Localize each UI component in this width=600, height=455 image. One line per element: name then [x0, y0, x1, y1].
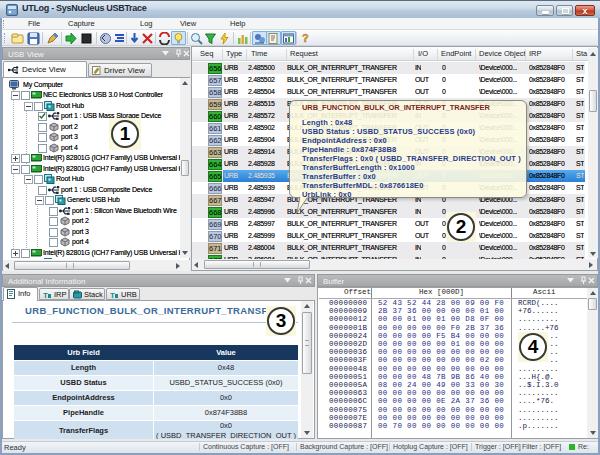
- svg-text:?: ?: [302, 32, 309, 44]
- svg-text:T: T: [110, 291, 115, 300]
- svg-text:T: T: [43, 291, 48, 300]
